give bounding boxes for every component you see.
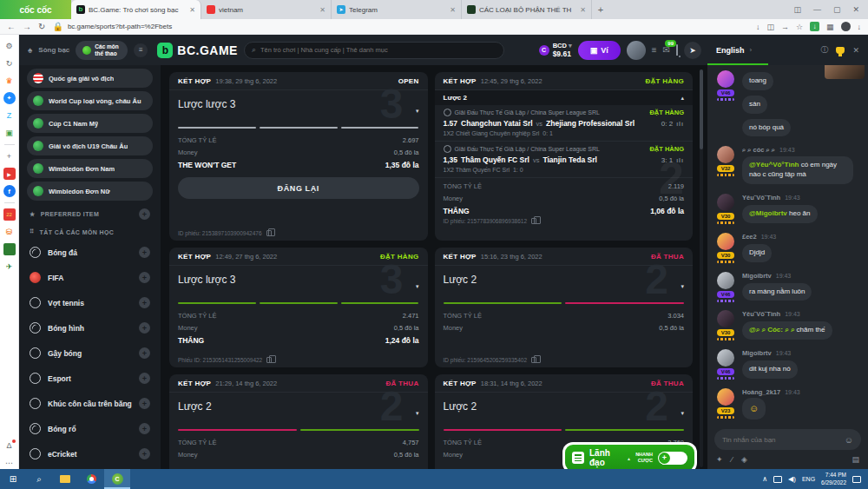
- expand-plus-icon[interactable]: +: [139, 448, 150, 459]
- zalo-icon[interactable]: Z: [3, 109, 16, 122]
- moderation-icon[interactable]: ◈: [741, 455, 747, 464]
- avatar[interactable]: [717, 233, 734, 250]
- expand-plus-icon[interactable]: +: [139, 373, 150, 384]
- tab-close-icon[interactable]: ✕: [319, 6, 326, 14]
- input-language[interactable]: ENG: [802, 476, 815, 482]
- emoji-picker-icon[interactable]: ☺: [845, 435, 853, 445]
- start-button[interactable]: ⊞: [0, 469, 26, 489]
- expand-plus-icon[interactable]: +: [139, 297, 150, 308]
- downloads-icon[interactable]: ↓: [858, 23, 862, 31]
- forward-button[interactable]: →: [23, 22, 31, 31]
- avatar[interactable]: [717, 349, 734, 367]
- nav-toggle-icon[interactable]: ≡: [134, 43, 148, 57]
- save-icon[interactable]: ↓: [756, 23, 760, 31]
- sidebar-item-league[interactable]: Quốc gia giải vô địch: [27, 69, 153, 88]
- stats-icon[interactable]: ılı: [676, 121, 684, 127]
- chevron-up-icon[interactable]: ▴: [681, 95, 684, 102]
- scrollbar-thumb[interactable]: [700, 69, 703, 149]
- extensions-icon[interactable]: ▦: [826, 23, 834, 31]
- chat-bubble[interactable]: sán: [742, 96, 767, 114]
- facebook-icon[interactable]: f: [3, 185, 16, 197]
- sidebar-item-ice-hockey[interactable]: Khúc côn cầu trên băng +: [19, 391, 161, 416]
- network-icon[interactable]: [773, 476, 782, 483]
- profile-icon[interactable]: [841, 22, 851, 31]
- share-icon[interactable]: →: [781, 23, 789, 31]
- sidebar-item-baseball[interactable]: Gậy bóng +: [19, 340, 161, 366]
- new-tab-button[interactable]: +: [592, 0, 609, 19]
- chat-bubble[interactable]: dit kuj nha nó: [742, 360, 798, 379]
- chat-bubble[interactable]: @Yêu^Vô°Tình có em ngày nào c cũng tập m…: [742, 156, 853, 184]
- close-window-button[interactable]: ✕: [852, 5, 859, 14]
- search-bar[interactable]: ⌕: [244, 42, 504, 59]
- back-button[interactable]: ←: [7, 22, 16, 31]
- copy-icon[interactable]: [531, 357, 536, 363]
- avatar[interactable]: [717, 388, 734, 406]
- youtube-icon[interactable]: ▶: [3, 168, 16, 180]
- leaderboard-label[interactable]: Lãnh đạo: [589, 448, 622, 467]
- chat-toggle-icon[interactable]: ➤: [684, 42, 701, 59]
- chat-bubble[interactable]: toang: [742, 72, 773, 90]
- action-center-icon[interactable]: [852, 476, 861, 483]
- casino-nav-label[interactable]: Sòng bạc: [38, 46, 69, 54]
- coccoc-logo[interactable]: cốc cốc: [0, 0, 71, 19]
- chrome-icon[interactable]: [78, 469, 104, 489]
- history-icon[interactable]: ↻: [3, 57, 16, 69]
- minimize-button[interactable]: —: [813, 5, 821, 14]
- chat-bubble[interactable]: nó bóp quá: [742, 119, 791, 137]
- shop-cart-icon[interactable]: ⛁: [3, 226, 16, 238]
- sidebar-item-league[interactable]: Cúp C1 Nam Mỹ: [27, 114, 153, 133]
- tab-sports-parts[interactable]: CÁC LOẠI BỘ PHẬN THỂ TH ✕: [462, 0, 592, 19]
- chat-username[interactable]: Hoàng_2k17: [742, 388, 780, 396]
- expand-plus-icon[interactable]: +: [139, 208, 150, 220]
- bell-icon[interactable]: [676, 45, 678, 55]
- settings-gear-icon[interactable]: ⚙: [3, 40, 16, 52]
- chat-username[interactable]: Migoibrtv: [742, 272, 772, 280]
- rain-tip-icon[interactable]: ✦: [716, 455, 723, 464]
- messenger-icon[interactable]: ✦: [3, 92, 16, 104]
- download-manager-icon[interactable]: ↓: [810, 22, 819, 31]
- sidebar-item-league[interactable]: Giải vô địch U19 Châu Âu: [27, 136, 153, 155]
- currency-selector[interactable]: C BCD ▾ $9.61: [539, 42, 572, 58]
- language-selector[interactable]: English: [716, 46, 745, 55]
- copy-icon[interactable]: [266, 230, 272, 236]
- bookmark-star-icon[interactable]: ☆: [796, 23, 803, 31]
- copy-icon[interactable]: [266, 357, 272, 363]
- avatar[interactable]: [717, 272, 734, 289]
- chevron-down-icon[interactable]: ▾: [416, 410, 419, 417]
- avatar[interactable]: [717, 310, 734, 327]
- expand-plus-icon[interactable]: +: [139, 347, 150, 359]
- file-explorer-icon[interactable]: [52, 469, 78, 489]
- keyboard-icon[interactable]: ▤: [852, 455, 859, 464]
- education-icon[interactable]: ✈: [3, 261, 16, 273]
- tab-close-icon[interactable]: ✕: [189, 6, 195, 14]
- sidebar-item-ecricket[interactable]: eCricket +: [19, 441, 161, 466]
- chat-message-input[interactable]: [722, 436, 840, 444]
- avatar[interactable]: [717, 70, 734, 88]
- chat-info-icon[interactable]: ⓘ: [820, 44, 828, 56]
- sidebar-item-league[interactable]: Wimbledon Đơn Nữ: [27, 182, 153, 201]
- chat-rules-icon[interactable]: ⁄: [732, 455, 733, 464]
- avatar[interactable]: [717, 146, 734, 163]
- notifications-bell-icon[interactable]: Δ: [3, 439, 16, 452]
- chat-bubble[interactable]: Djdjd: [742, 244, 772, 262]
- user-avatar[interactable]: [627, 41, 646, 60]
- bcgame-logo[interactable]: b BC.GAME: [157, 43, 238, 58]
- add-shortcut-icon[interactable]: +: [3, 150, 16, 162]
- expand-plus-icon[interactable]: +: [139, 398, 150, 409]
- chat-bubble[interactable]: @Migoibrtv heo ăn: [742, 205, 818, 223]
- all-sports-row[interactable]: ⠿ TẤT CẢ CÁC MÔN HỌC: [19, 224, 161, 240]
- tab-close-icon[interactable]: ✕: [580, 6, 586, 14]
- chat-username[interactable]: £ee2: [742, 233, 757, 241]
- crown-icon[interactable]: ♛: [3, 75, 16, 87]
- sidebar-item-esport[interactable]: Esport +: [19, 366, 161, 391]
- tab-bcgame[interactable]: b BC.Game: Trò chơi sòng bạc ✕: [71, 0, 201, 19]
- mail-icon[interactable]: ✉ 99: [663, 45, 670, 55]
- coccoc-taskbar-icon[interactable]: C: [104, 469, 130, 489]
- trophy-icon[interactable]: [836, 47, 845, 54]
- sidebar-item-tennis[interactable]: Vợt tennis +: [19, 290, 161, 315]
- chevron-down-icon[interactable]: ▾: [416, 108, 419, 115]
- translate-icon[interactable]: ◫: [766, 23, 774, 31]
- tab-vietnam[interactable]: vietnam ✕: [201, 0, 332, 19]
- tet-promo-icon[interactable]: 22: [3, 208, 16, 221]
- wallet-button[interactable]: ▣ Ví: [578, 41, 621, 60]
